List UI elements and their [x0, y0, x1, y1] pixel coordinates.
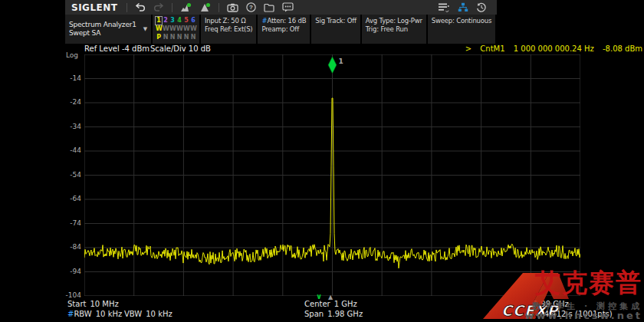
history-button[interactable] — [472, 0, 491, 15]
trace-indicator-row: 123456 — [156, 17, 196, 25]
plot-area[interactable]: 1 — [84, 54, 580, 296]
redo-button[interactable] — [150, 0, 168, 15]
trace-type-3: W — [169, 25, 176, 33]
sig-track-cell[interactable]: Sig Track: Off — [311, 15, 360, 44]
input-settings-cell[interactable]: Input Z: 50 Ω Freq Ref: Ext(S) — [201, 15, 256, 44]
marker-to-peak-icon — [199, 2, 211, 12]
rbw-value: 10 kHz — [96, 310, 122, 318]
vbw-field[interactable]: VBW10 kHz — [124, 310, 172, 318]
trace-state-1: P — [156, 34, 162, 41]
trace-number-2: 2 — [163, 17, 169, 25]
sweep-mode-value: Sweep: Continuous — [432, 17, 491, 25]
mode-selector[interactable]: Spectrum Analyzer1 Swept SA ▼ — [65, 15, 151, 44]
lan-network-icon — [458, 2, 468, 12]
help-button[interactable]: ? — [242, 0, 260, 15]
start-freq-label: Start — [67, 300, 86, 308]
svg-text:?: ? — [249, 4, 253, 11]
stop-freq-label: Stop — [512, 300, 530, 308]
trace-number-1: 1 — [156, 17, 162, 25]
ref-level-value: -4 dBm — [122, 44, 150, 53]
y-axis-label: -84 — [55, 243, 81, 251]
scale-div-label: Scale/Div — [150, 44, 186, 53]
avg-type-value: Avg Type: Log-Pwr — [366, 17, 422, 25]
trace-indicator-row: WWWWWW — [156, 25, 196, 33]
ref-level-field[interactable]: Ref Level -4 dBm — [84, 44, 150, 53]
screenshot-button[interactable] — [223, 0, 242, 15]
span-label: Span — [304, 310, 324, 318]
span-value: 1.98 GHz — [327, 310, 363, 318]
trace-number-6: 6 — [190, 17, 196, 25]
sweep-time-value: ~4.412 s (1001pts) — [537, 310, 612, 318]
toolbar-divider — [127, 3, 127, 12]
ref-level-label: Ref Level — [84, 44, 120, 53]
start-freq-field[interactable]: Start10 MHz — [67, 300, 119, 308]
rbw-field[interactable]: #RBW10 kHz — [67, 310, 122, 318]
y-axis-label: -54 — [55, 171, 81, 179]
center-freq-field[interactable]: Center1 GHz — [304, 300, 357, 308]
trig-value: Trig: Free Run — [366, 25, 422, 34]
mode-name: Spectrum Analyzer1 — [69, 21, 136, 29]
y-axis-label: -104 — [55, 291, 81, 299]
y-axis-label: -34 — [55, 123, 81, 130]
camera-icon — [227, 3, 238, 12]
y-axis-label: -74 — [55, 219, 81, 227]
sweep-mode-cell[interactable]: Sweep: Continuous — [428, 15, 495, 44]
trace-state-3: N — [169, 34, 176, 41]
trace-type-4: W — [176, 25, 182, 33]
stop-freq-field[interactable]: Stop1.99 GHz — [512, 300, 569, 308]
top-toolbar: SIGLENT ? — [65, 0, 497, 15]
scale-div-field[interactable]: Scale/Div 10 dB — [150, 44, 211, 53]
marker-readout-name: CntM1 — [480, 44, 504, 53]
spectrum-plot[interactable]: 1 — [84, 54, 580, 296]
y-axis-label: -64 — [55, 195, 81, 202]
spectrum-analyzer-screen: SIGLENT ? — [0, 0, 644, 322]
undo-button[interactable] — [131, 0, 150, 15]
trace-type-6: W — [190, 25, 196, 33]
redo-icon — [153, 2, 164, 12]
trace-type-1: W — [156, 25, 162, 33]
file-button[interactable] — [260, 0, 278, 15]
y-axis-label: -14 — [55, 74, 81, 82]
help-icon: ? — [246, 2, 256, 12]
trace-number-4: 4 — [176, 17, 182, 25]
y-axis-label: -24 — [55, 98, 81, 106]
history-clock-icon — [476, 2, 487, 12]
peak-search-button[interactable] — [176, 0, 196, 15]
marker-readout-freq: 1 000 000 000.24 Hz — [514, 44, 594, 53]
trace-state-6: N — [190, 34, 196, 41]
settings-bar: Spectrum Analyzer1 Swept SA ▼ 123456WWWW… — [65, 15, 495, 44]
lan-button[interactable] — [454, 0, 472, 15]
span-field[interactable]: Span1.98 GHz — [304, 310, 363, 318]
ref-level-row: Ref Level -4 dBm Scale/Div 10 dB > CntM1… — [0, 44, 644, 54]
sweep-time-label: Sweep(FFT) — [489, 310, 534, 318]
toolbar-divider — [172, 3, 172, 12]
trace-number-5: 5 — [183, 17, 189, 25]
avg-trig-cell[interactable]: Avg Type: Log-Pwr Trig: Free Run — [362, 15, 426, 44]
toolbar-divider — [219, 3, 219, 12]
trace-type-5: W — [183, 25, 189, 33]
y-axis-label: -94 — [55, 268, 81, 275]
trace-state-2: N — [163, 34, 169, 41]
marker-to-peak-button[interactable] — [196, 0, 215, 15]
scale-div-value: 10 dB — [189, 44, 211, 53]
menu-button[interactable] — [434, 0, 454, 15]
stop-freq-value: 1.99 GHz — [534, 300, 569, 308]
trace-indicators[interactable]: 123456WWWWWWPNNNNN — [153, 15, 199, 44]
sig-track-value: Sig Track: Off — [315, 17, 356, 25]
marker-diamond[interactable] — [328, 57, 337, 74]
marker-number-label: 1 — [339, 58, 343, 65]
chat-bubble-icon — [282, 2, 294, 12]
rbw-label: RBW — [74, 310, 91, 318]
input-z-value: Input Z: 50 Ω — [205, 17, 252, 25]
atten-settings-cell[interactable]: #Atten: 16 dB Preamp: Off — [258, 15, 310, 44]
marker-readout-level: -8.08 dBm — [603, 44, 642, 53]
message-button[interactable] — [278, 0, 297, 15]
preamp-value: Preamp: Off — [261, 25, 306, 34]
marker-readout[interactable]: > CntM1 1 000 000 000.24 Hz -8.08 dBm — [465, 44, 642, 53]
vbw-label: VBW — [124, 310, 142, 318]
folder-icon — [264, 3, 274, 12]
sweep-time-field[interactable]: Sweep(FFT)~4.412 s (1001pts) — [489, 310, 613, 318]
vbw-value: 10 kHz — [146, 310, 172, 318]
trace-number-3: 3 — [169, 17, 176, 25]
peak-search-icon — [180, 2, 192, 12]
